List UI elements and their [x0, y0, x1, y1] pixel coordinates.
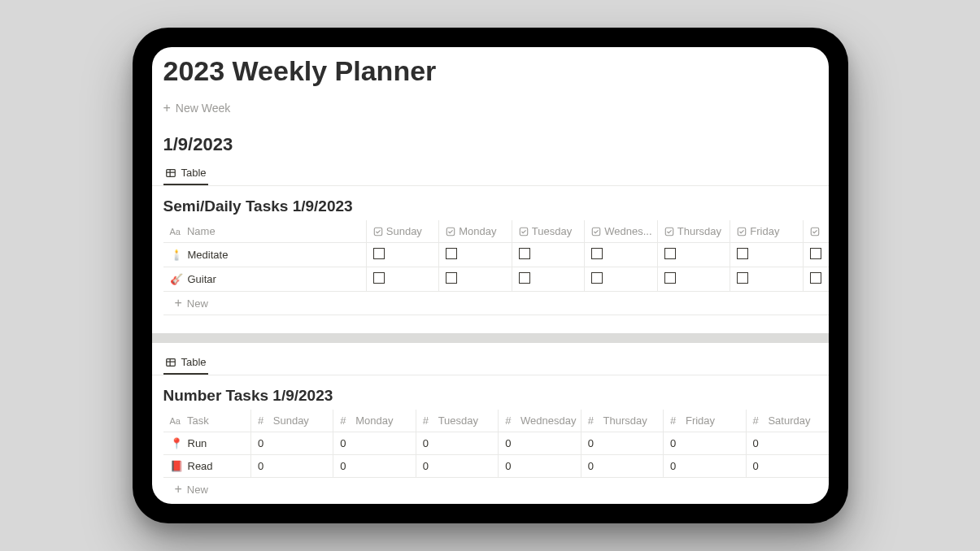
- checkbox[interactable]: [519, 272, 530, 284]
- column-header-monday[interactable]: # Monday: [333, 410, 416, 432]
- daily-header-row: Name Sunday Monday Tuesday Wednes... Thu…: [163, 220, 829, 243]
- checkbox-property-icon: [664, 227, 674, 236]
- table-view-tab[interactable]: Table: [163, 162, 208, 185]
- number-cell[interactable]: 0: [250, 455, 333, 478]
- column-header-wednesday[interactable]: # Wednesday: [499, 410, 581, 432]
- number-cell[interactable]: 0: [581, 432, 663, 455]
- daily-tasks-table: Name Sunday Monday Tuesday Wednes... Thu…: [163, 220, 829, 292]
- column-header-task[interactable]: Task: [163, 410, 251, 432]
- checkbox[interactable]: [737, 272, 748, 284]
- svg-rect-7: [665, 228, 673, 235]
- number-cell[interactable]: 0: [664, 455, 746, 478]
- checkbox-property-icon: [591, 227, 601, 236]
- column-header-friday[interactable]: Friday: [730, 220, 804, 243]
- text-property-icon: [170, 225, 184, 237]
- number-new-row-button[interactable]: + New: [163, 478, 829, 501]
- plus-icon: +: [163, 102, 171, 115]
- number-cell[interactable]: 0: [499, 455, 581, 478]
- daily-tasks-heading: Semi/Daily Tasks 1/9/2023: [152, 186, 829, 220]
- number-tasks-table-wrap: Task # Sunday # Monday # Tuesday # Wedne…: [152, 410, 829, 501]
- svg-rect-0: [166, 169, 175, 176]
- column-header-thursday[interactable]: # Thursday: [581, 410, 663, 432]
- column-header-overflow[interactable]: [803, 220, 828, 243]
- screen: 2023 Weekly Planner + New Week 1/9/2023 …: [152, 47, 829, 504]
- column-header-name[interactable]: Name: [163, 220, 367, 243]
- column-header-thursday[interactable]: Thursday: [657, 220, 730, 243]
- checkbox[interactable]: [810, 272, 821, 284]
- row-emoji-icon: 🕯️: [170, 249, 183, 261]
- column-header-saturday[interactable]: # Saturday: [746, 410, 828, 432]
- checkbox[interactable]: [664, 272, 676, 284]
- number-property-icon: #: [340, 414, 346, 427]
- page-title: 2023 Weekly Planner: [152, 55, 829, 98]
- svg-rect-5: [520, 228, 527, 235]
- number-property-icon: #: [670, 414, 676, 427]
- column-header-monday[interactable]: Monday: [439, 220, 512, 243]
- new-week-label: New Week: [176, 102, 230, 115]
- tablet-device-frame: 2023 Weekly Planner + New Week 1/9/2023 …: [133, 28, 848, 523]
- row-name-text: Meditate: [188, 249, 229, 261]
- row-name-text: Run: [188, 437, 207, 449]
- new-week-button[interactable]: + New Week: [152, 98, 829, 129]
- checkbox[interactable]: [591, 248, 603, 259]
- column-header-tuesday[interactable]: Tuesday: [512, 220, 585, 243]
- table-row[interactable]: 📕Read0000000: [163, 455, 829, 478]
- table-row[interactable]: 📍Run0000000: [163, 432, 829, 455]
- page-content: 2023 Weekly Planner + New Week 1/9/2023 …: [152, 47, 829, 501]
- table-icon: [165, 357, 176, 368]
- number-cell[interactable]: 0: [664, 432, 746, 455]
- row-emoji-icon: 🎸: [170, 273, 183, 285]
- checkbox[interactable]: [737, 248, 748, 259]
- checkbox[interactable]: [446, 272, 457, 284]
- checkbox[interactable]: [664, 248, 676, 259]
- daily-tasks-table-wrap: Name Sunday Monday Tuesday Wednes... Thu…: [152, 220, 829, 315]
- table-icon: [165, 167, 176, 179]
- new-row-label: New: [187, 484, 208, 496]
- checkbox[interactable]: [373, 248, 385, 259]
- checkbox[interactable]: [519, 248, 530, 259]
- section-divider: [152, 333, 829, 343]
- column-header-friday[interactable]: # Friday: [664, 410, 746, 432]
- checkbox[interactable]: [810, 248, 821, 259]
- checkbox[interactable]: [373, 272, 385, 284]
- column-header-sunday[interactable]: Sunday: [366, 220, 439, 243]
- number-cell[interactable]: 0: [416, 455, 498, 478]
- column-header-sunday[interactable]: # Sunday: [250, 410, 333, 432]
- daily-new-row-button[interactable]: + New: [163, 292, 829, 315]
- row-emoji-icon: 📍: [170, 437, 183, 449]
- table-row[interactable]: 🎸Guitar: [163, 267, 829, 292]
- number-tasks-table: Task # Sunday # Monday # Tuesday # Wedne…: [163, 410, 829, 478]
- number-property-icon: #: [258, 414, 264, 427]
- view-tabs-daily: Table: [152, 162, 829, 186]
- number-cell[interactable]: 0: [416, 432, 498, 455]
- column-header-wednesday[interactable]: Wednes...: [585, 220, 658, 243]
- checkbox-property-icon: [737, 227, 747, 236]
- svg-rect-3: [374, 228, 381, 235]
- number-property-icon: #: [588, 414, 594, 427]
- row-emoji-icon: 📕: [170, 460, 183, 472]
- plus-icon: +: [175, 483, 182, 496]
- svg-rect-6: [593, 228, 600, 235]
- number-cell[interactable]: 0: [333, 432, 416, 455]
- svg-rect-4: [447, 228, 455, 235]
- number-cell[interactable]: 0: [499, 432, 581, 455]
- table-view-tab[interactable]: Table: [163, 351, 208, 375]
- number-cell[interactable]: 0: [250, 432, 333, 455]
- date-heading: 1/9/2023: [152, 129, 829, 162]
- number-cell[interactable]: 0: [746, 432, 828, 455]
- text-property-icon: [170, 414, 184, 427]
- row-name-text: Guitar: [188, 273, 216, 285]
- number-cell[interactable]: 0: [333, 455, 416, 478]
- checkbox-property-icon: [519, 227, 529, 236]
- column-header-tuesday[interactable]: # Tuesday: [416, 410, 498, 432]
- number-cell[interactable]: 0: [746, 455, 828, 478]
- number-cell[interactable]: 0: [581, 455, 663, 478]
- svg-rect-8: [738, 228, 746, 235]
- new-row-label: New: [187, 297, 208, 310]
- number-property-icon: #: [753, 414, 759, 427]
- checkbox-property-icon: [446, 227, 455, 236]
- checkbox-property-icon: [810, 227, 820, 236]
- table-row[interactable]: 🕯️Meditate: [163, 243, 829, 267]
- checkbox[interactable]: [591, 272, 603, 284]
- checkbox[interactable]: [446, 248, 457, 259]
